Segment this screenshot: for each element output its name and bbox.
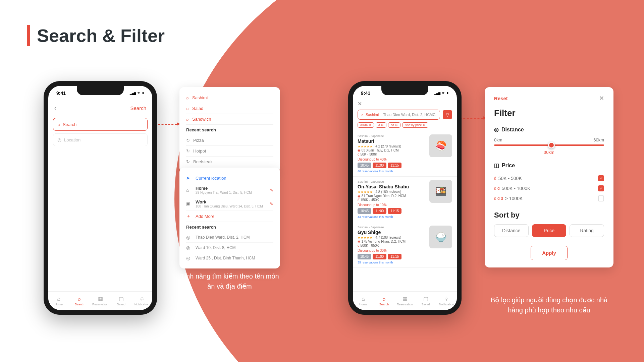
close-icon[interactable]: ⊗ [369,123,371,127]
slot-button[interactable]: 10:45 [358,163,371,168]
chip-price1[interactable]: đ⊗ [376,122,386,128]
edit-icon[interactable]: ✎ [270,201,273,206]
close-icon[interactable]: ✕ [599,95,604,102]
reservations-count: 43 reservations this month [358,215,426,219]
home-icon: ⌂ [57,296,60,302]
price-option[interactable]: đ đ500K - 1000K✓ [494,183,604,193]
sort-rating[interactable]: Rating [570,224,604,237]
search-icon: ⌕ [382,296,386,302]
bottom-nav: ⌂Home ⌕Search ▦Reservation ▢Saved ♤Notif… [353,291,457,310]
chip-distance[interactable]: 30km⊗ [358,122,374,128]
checkbox[interactable]: ✓ [598,175,604,181]
close-icon[interactable]: ⊗ [395,123,398,127]
bottom-nav: ⌂Home ⌕Search ▦Reservation ▢Saved ♤Notif… [48,291,152,310]
recent-location-item[interactable]: ◎Ward 25 , Dist. Binh Thanh, HCM [186,253,273,263]
checkbox[interactable] [598,195,604,201]
close-icon[interactable]: ⊗ [381,123,384,127]
checkbox[interactable]: ✓ [598,185,604,191]
phone-search: 9:41 ▁▃▅ ᯤ ▮ ‹ Search ⌕ Search ◎ Locatio… [44,81,157,315]
nav-notification[interactable]: ♤Notification [436,292,457,310]
nav-saved[interactable]: ▢Saved [415,292,436,310]
slot-button[interactable]: 10:45 [358,208,371,214]
recent-location-item[interactable]: ◎Ward 10, Dist. 8, HCM [186,243,273,253]
nav-saved[interactable]: ▢Saved [111,292,131,310]
chip-price2[interactable]: đđ⊗ [388,122,400,128]
close-icon[interactable]: ✕ [358,101,362,107]
search-suggestions-card: ⌕Sashimi ⌕Salad ⌕Sandwich Recent search … [179,87,280,172]
saved-location-row[interactable]: ⌂ Home29 Nguyen Trai, Ward 1, Dist. 5, H… [186,183,273,197]
notch [77,86,124,95]
result-item[interactable]: Sashimi · Japanese On-Yasai Shabu Shabu … [353,177,457,222]
caption-search: Tính năng tìm kiếm theo tên món ăn và đị… [178,271,281,291]
search-input[interactable]: ⌕ Search [53,118,148,131]
location-input[interactable]: ◎ Location [53,133,148,146]
slot-button[interactable]: 11:15 [388,254,401,259]
search-icon: ⌕ [186,95,189,100]
filter-button[interactable]: ▽ [443,110,452,119]
status-icons: ▁▃▅ ᯤ ▮ [130,91,144,96]
nav-home[interactable]: ⌂Home [48,292,69,310]
bell-icon: ♤ [444,296,449,302]
nav-reservation[interactable]: ▦Reservation [90,292,111,310]
saved-location-row[interactable]: ▣ Work108 Tran Quang Dieu, Ward 14, Dist… [186,197,273,211]
search-input-combined[interactable]: ⌕ Sashimi Thao Dien Ward, Dist. 2, HCMC [358,110,440,120]
result-item[interactable]: Sashimi · Japanese Gyu Shige ★★★★★ · 4.7… [353,222,457,268]
home-icon: ⌂ [362,296,365,302]
result-rating: ★★★★★ · 4.2 (270 reviews) [358,144,426,148]
slot-button[interactable]: 11:15 [388,163,401,168]
edit-icon[interactable]: ✎ [270,188,273,193]
price-option[interactable]: đ50K - 500K✓ [494,173,604,183]
slot-button[interactable]: 11:00 [373,254,386,259]
nav-notification[interactable]: ♤Notification [131,292,152,310]
recent-item[interactable]: ↻Hotpot [186,146,273,157]
filter-panel: Reset ✕ Filter ◎Distance 0km60km 30km ◫P… [485,87,613,267]
history-icon: ↻ [186,159,190,164]
add-more-row[interactable]: ＋ Add More [186,211,273,222]
time-slots: 10:45 11:00 11:15 [358,208,426,214]
sort-price[interactable]: Price [532,224,567,237]
pin-icon: ◎ [186,245,192,250]
recent-search-label: Recent search [186,127,273,132]
nav-search[interactable]: ⌕Search [374,292,394,310]
briefcase-icon: ▣ [186,201,192,206]
suggestion-item[interactable]: ⌕Salad [186,103,273,114]
suggestion-item[interactable]: ⌕Sashimi [186,93,273,103]
pin-icon: ◎ [186,235,192,240]
result-price: đ 50K - 300K [358,153,426,156]
calendar-icon: ▦ [402,296,408,302]
nav-reservation[interactable]: ▦Reservation [394,292,415,310]
recent-location-item[interactable]: ◎Thao Dien Ward, Dist. 2, HCM [186,232,273,243]
search-icon: ⌕ [78,296,81,302]
home-icon: ⌂ [186,187,192,193]
result-discount: Discount up to 10% [358,203,426,207]
recent-item[interactable]: ↻Pizza [186,135,273,146]
slider-thumb[interactable] [548,142,555,148]
close-icon[interactable]: ⊗ [423,123,426,127]
result-image: 🍣 [429,134,452,157]
recent-item[interactable]: ↻Beefsteak [186,157,273,167]
search-bar: ⌕ Sashimi Thao Dien Ward, Dist. 2, HCMC … [358,110,452,120]
chip-sort[interactable]: Sort by price⊗ [402,122,428,128]
apply-button[interactable]: Apply [531,246,568,260]
result-item[interactable]: Sashimi · Japanese Matsuri ★★★★★ · 4.2 (… [353,131,457,177]
back-icon[interactable]: ‹ [54,105,56,112]
search-icon: ⌕ [57,122,60,127]
suggestion-item[interactable]: ⌕Sandwich [186,114,273,125]
result-rating: ★★★★★ · 4.8 (180 reviews) [358,190,426,194]
slot-button[interactable]: 10:45 [358,254,371,259]
slot-button[interactable]: 11:00 [373,208,386,214]
nav-search[interactable]: ⌕Search [69,292,90,310]
pin-icon: ◎ [186,255,192,261]
sort-distance[interactable]: Distance [494,224,529,237]
price-option[interactable]: đ đ đ> 1000K [494,193,604,203]
reset-button[interactable]: Reset [494,96,508,101]
slot-button[interactable]: 11:00 [373,163,386,168]
result-category: Sashimi · Japanese [358,134,426,138]
result-image: 🍚 [429,226,452,248]
distance-slider[interactable] [494,144,604,146]
slot-button[interactable]: 11:15 [388,208,401,214]
nav-home[interactable]: ⌂Home [353,292,374,310]
price-label: ◫Price [494,162,604,169]
current-location-row[interactable]: ➤ Current location [186,173,273,183]
search-action[interactable]: Search [130,105,146,111]
